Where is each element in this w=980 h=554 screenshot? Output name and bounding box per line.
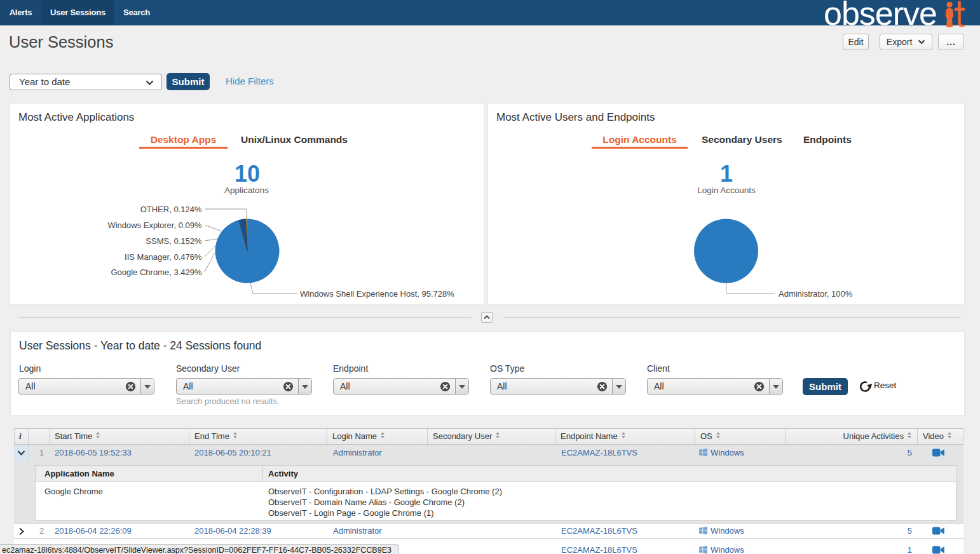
svg-text:Administrator, 100%: Administrator, 100% — [779, 289, 853, 299]
svg-text:observe: observe — [824, 0, 937, 32]
svg-text:IIS Manager, 0.476%: IIS Manager, 0.476% — [125, 252, 202, 262]
svg-text:Login Accounts: Login Accounts — [697, 186, 756, 195]
svg-text:Google Chrome, 3.429%: Google Chrome, 3.429% — [111, 267, 202, 277]
svg-text:OTHER, 0.124%: OTHER, 0.124% — [140, 205, 202, 214]
svg-text:Applicatons: Applicatons — [224, 186, 269, 195]
svg-text:SSMS, 0.152%: SSMS, 0.152% — [146, 236, 202, 246]
svg-text:Windows Shell Experience Host,: Windows Shell Experience Host, 95.728% — [300, 289, 454, 299]
svg-text:10: 10 — [235, 161, 260, 187]
svg-text:1: 1 — [720, 161, 733, 187]
svg-text:Windows Explorer, 0.09%: Windows Explorer, 0.09% — [107, 220, 202, 230]
